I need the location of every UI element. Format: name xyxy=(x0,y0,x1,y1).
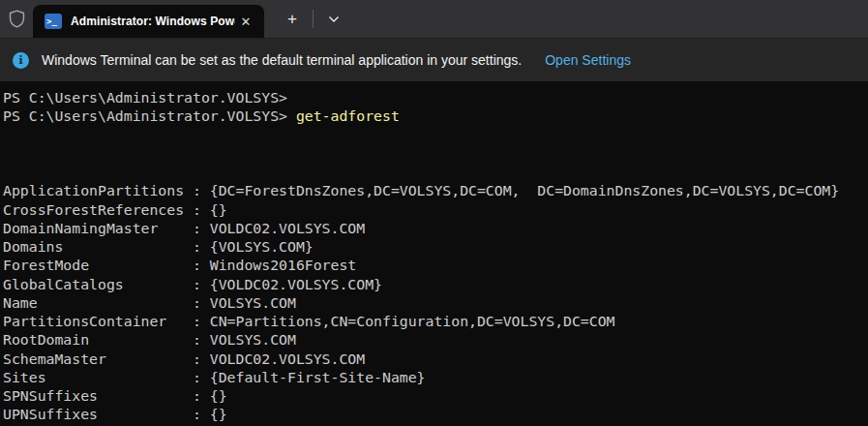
output-line: Sites : {Default-First-Site-Name} xyxy=(3,368,868,386)
command-text: get-adforest xyxy=(296,107,400,124)
new-tab-button[interactable]: + xyxy=(276,0,309,38)
tab-title: Administrator: Windows PowerShell xyxy=(71,15,235,28)
chevron-down-icon xyxy=(328,15,340,23)
output-line: Domains : {VOLSYS.COM} xyxy=(3,237,868,256)
output-line: ApplicationPartitions : {DC=ForestDnsZon… xyxy=(3,181,868,199)
output-line: SPNSuffixes : {} xyxy=(3,386,868,405)
prompt-text: PS C:\Users\Administrator.VOLSYS> xyxy=(3,107,296,124)
command-line: PS C:\Users\Administrator.VOLSYS> get-ad… xyxy=(3,106,868,125)
output-line: ForestMode : Windows2016Forest xyxy=(3,256,868,274)
blank-line xyxy=(3,163,868,181)
terminal-viewport[interactable]: PS C:\Users\Administrator.VOLSYS> PS C:\… xyxy=(0,81,868,425)
blank-line xyxy=(3,126,868,144)
toolbar-divider xyxy=(313,10,314,28)
titlebar: >_ Administrator: Windows PowerShell ✕ + xyxy=(0,0,868,39)
tab-dropdown-button[interactable] xyxy=(317,0,350,38)
tab-close-icon[interactable]: ✕ xyxy=(235,11,256,32)
output-line: PartitionsContainer : CN=Partitions,CN=C… xyxy=(3,312,868,330)
admin-shield-icon xyxy=(0,0,33,38)
info-icon: i xyxy=(13,52,29,69)
output-line: DomainNamingMaster : VOLDC02.VOLSYS.COM xyxy=(3,219,868,237)
output-line: SchemaMaster : VOLDC02.VOLSYS.COM xyxy=(3,350,868,368)
open-settings-link[interactable]: Open Settings xyxy=(545,52,631,68)
output-line: UPNSuffixes : {} xyxy=(3,405,868,423)
banner-message: Windows Terminal can be set as the defau… xyxy=(42,52,522,68)
output-line: Name : VOLSYS.COM xyxy=(3,293,868,312)
output-line: GlobalCatalogs : {VOLDC02.VOLSYS.COM} xyxy=(3,275,868,293)
output-line: RootDomain : VOLSYS.COM xyxy=(3,330,868,349)
default-terminal-banner: i Windows Terminal can be set as the def… xyxy=(0,39,868,81)
tab-powershell[interactable]: >_ Administrator: Windows PowerShell ✕ xyxy=(33,5,264,38)
powershell-icon: >_ xyxy=(45,14,62,29)
prompt-line: PS C:\Users\Administrator.VOLSYS> xyxy=(3,88,868,106)
output-line: CrossForestReferences : {} xyxy=(3,200,868,219)
blank-line xyxy=(3,144,868,163)
